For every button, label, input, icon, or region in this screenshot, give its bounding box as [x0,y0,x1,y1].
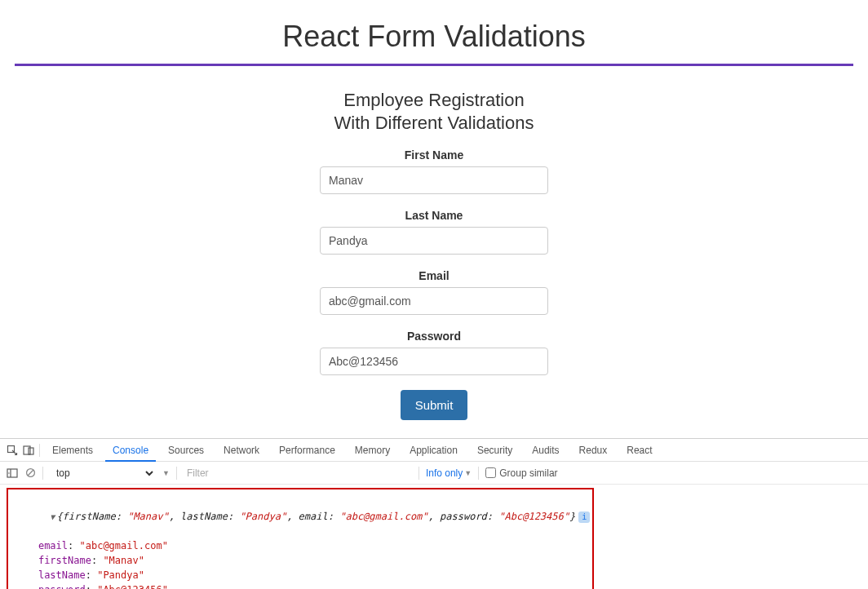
console-object-summary[interactable]: ▼{firstName: "Manav", lastName: "Pandya"… [15,494,586,538]
context-select[interactable]: top [50,465,156,481]
submit-button[interactable]: Submit [401,390,468,420]
form-heading: Employee Registration With Different Val… [295,89,573,134]
tab-network[interactable]: Network [216,439,267,462]
tab-security[interactable]: Security [470,439,520,462]
group-similar-label: Group similar [499,467,557,479]
field-email: Email [295,269,573,315]
expand-toggle-icon[interactable]: ▼ [50,512,55,521]
svg-rect-2 [29,448,33,454]
group-similar-toggle[interactable]: Group similar [485,467,557,479]
console-prop-row: email: "abc@gmail.com" [15,538,586,553]
password-input[interactable] [320,348,548,375]
devtools-panel: Elements Console Sources Network Perform… [0,438,868,589]
log-level-caret-icon: ▼ [464,469,472,477]
console-filter-input[interactable] [184,466,412,480]
log-level-label: Info only [426,467,463,479]
email-label: Email [295,269,573,282]
tab-redux[interactable]: Redux [572,439,615,462]
password-label: Password [295,330,573,343]
console-prop-row: lastName: "Pandya" [15,568,586,582]
email-input[interactable] [320,287,548,315]
tabbar-sep [39,444,40,457]
tab-console[interactable]: Console [105,439,156,462]
tab-react[interactable]: React [619,439,659,462]
field-last-name: Last Name [295,209,573,255]
last-name-label: Last Name [295,209,573,222]
first-name-label: First Name [295,148,573,162]
console-prop-row: firstName: "Manav" [15,553,586,568]
field-password: Password [295,330,573,375]
tab-memory[interactable]: Memory [348,439,397,462]
log-level-select[interactable]: Info only ▼ [426,467,472,479]
registration-form: Employee Registration With Different Val… [295,89,573,420]
group-similar-checkbox[interactable] [485,467,496,478]
console-prop-row: password: "Abc@123456" [15,582,586,589]
tab-sources[interactable]: Sources [161,439,211,462]
clear-console-icon[interactable] [24,467,36,479]
form-heading-line1: Employee Registration [343,90,524,110]
console-output: ▼{firstName: "Manav", lastName: "Pandya"… [7,488,594,589]
tab-elements[interactable]: Elements [45,439,100,462]
form-heading-line2: With Different Validations [334,113,534,133]
device-toggle-icon[interactable] [23,445,34,456]
inspect-icon[interactable] [7,445,18,456]
tab-audits[interactable]: Audits [525,439,566,462]
console-sidebar-toggle-icon[interactable] [7,467,18,479]
page-title: React Form Validations [0,0,868,64]
header-divider [15,64,853,66]
field-first-name: First Name [295,148,573,194]
devtools-tabbar: Elements Console Sources Network Perform… [0,439,868,462]
console-subbar: top ▼ Info only ▼ Group similar [0,462,868,485]
tab-performance[interactable]: Performance [272,439,343,462]
svg-line-6 [28,470,33,476]
context-caret-icon: ▼ [162,469,170,477]
last-name-input[interactable] [320,227,548,255]
first-name-input[interactable] [320,166,548,194]
info-badge-icon[interactable]: i [578,512,590,523]
tab-application[interactable]: Application [402,439,465,462]
